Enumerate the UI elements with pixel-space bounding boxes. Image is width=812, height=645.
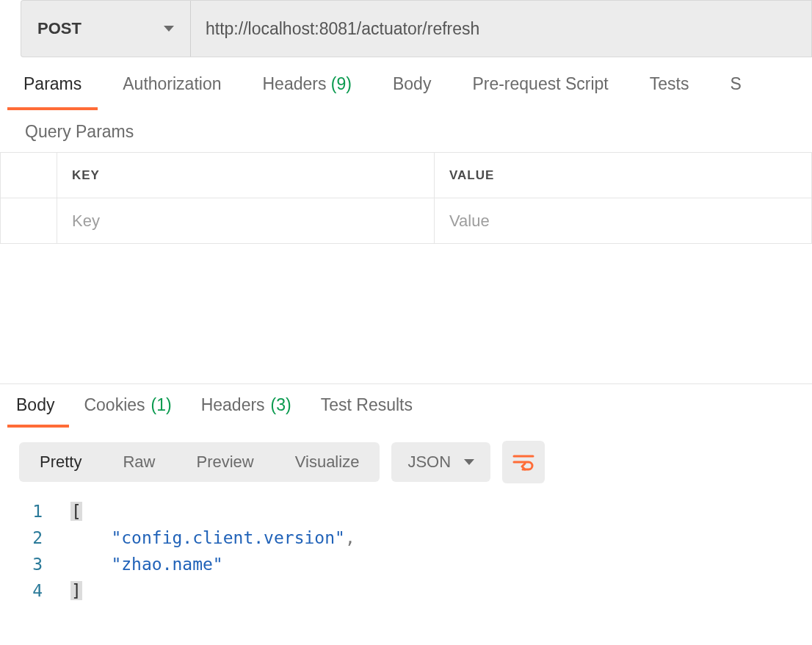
- view-raw[interactable]: Raw: [102, 442, 175, 482]
- line-number: 1: [0, 498, 70, 525]
- view-mode-group: Pretty Raw Preview Visualize: [19, 442, 380, 482]
- resp-tab-headers[interactable]: Headers (3): [201, 395, 291, 415]
- resp-tab-headers-count: (3): [271, 395, 291, 415]
- tab-authorization[interactable]: Authorization: [123, 74, 221, 94]
- tab-body[interactable]: Body: [393, 74, 431, 94]
- word-wrap-icon: [512, 453, 534, 471]
- query-params-table: KEY VALUE: [0, 152, 812, 244]
- resp-tab-body[interactable]: Body: [16, 395, 54, 415]
- tab-headers[interactable]: Headers (9): [263, 74, 352, 94]
- response-body-code[interactable]: 1 [ 2 "config.client.version", 3 "zhao.n…: [0, 494, 812, 604]
- request-tabs: Params Authorization Headers (9) Body Pr…: [0, 57, 812, 112]
- word-wrap-button[interactable]: [502, 441, 545, 483]
- table-row: [0, 198, 812, 244]
- tab-settings-partial[interactable]: S: [730, 74, 741, 94]
- tab-prerequest[interactable]: Pre-request Script: [472, 74, 608, 94]
- param-value-input[interactable]: [449, 212, 797, 231]
- query-params-title: Query Params: [0, 112, 812, 152]
- checkbox-header-cell: [0, 153, 57, 198]
- chevron-down-icon: [464, 459, 474, 465]
- view-pretty[interactable]: Pretty: [19, 442, 102, 482]
- line-number: 3: [0, 551, 70, 577]
- code-line: 3 "zhao.name": [0, 551, 812, 577]
- response-type-value: JSON: [407, 453, 451, 472]
- bracket-close: ]: [70, 581, 82, 600]
- table-header-row: KEY VALUE: [0, 153, 812, 198]
- resp-tab-cookies[interactable]: Cookies (1): [84, 395, 171, 415]
- checkbox-cell[interactable]: [0, 198, 57, 244]
- request-url-input[interactable]: [191, 0, 812, 57]
- comma: ,: [345, 528, 355, 547]
- response-type-select[interactable]: JSON: [391, 442, 490, 482]
- key-header: KEY: [57, 153, 435, 198]
- code-line: 4 ]: [0, 577, 812, 604]
- resp-tab-headers-label: Headers: [201, 395, 265, 415]
- response-toolbar: Pretty Raw Preview Visualize JSON: [0, 426, 812, 494]
- param-key-input[interactable]: [72, 212, 419, 231]
- line-number: 2: [0, 525, 70, 551]
- resp-tab-test-results[interactable]: Test Results: [321, 395, 413, 415]
- code-line: 2 "config.client.version",: [0, 525, 812, 551]
- tab-headers-label: Headers: [263, 74, 327, 93]
- chevron-down-icon: [164, 26, 174, 32]
- tab-params[interactable]: Params: [23, 74, 81, 94]
- value-header: VALUE: [435, 153, 812, 198]
- resp-tab-cookies-count: (1): [151, 395, 172, 415]
- tab-tests[interactable]: Tests: [650, 74, 689, 94]
- request-bar: POST: [0, 0, 812, 57]
- json-string: "zhao.name": [111, 555, 222, 574]
- code-line: 1 [: [0, 498, 812, 525]
- view-visualize[interactable]: Visualize: [275, 442, 380, 482]
- view-preview[interactable]: Preview: [175, 442, 274, 482]
- bracket-open: [: [70, 502, 82, 521]
- resp-tab-cookies-label: Cookies: [84, 395, 145, 415]
- line-number: 4: [0, 577, 70, 604]
- tab-headers-count: (9): [331, 74, 352, 93]
- http-method-value: POST: [37, 19, 81, 38]
- http-method-select[interactable]: POST: [21, 0, 191, 57]
- json-string: "config.client.version": [111, 528, 345, 547]
- response-tabs: Body Cookies (1) Headers (3) Test Result…: [0, 383, 812, 426]
- spacer: [0, 244, 812, 383]
